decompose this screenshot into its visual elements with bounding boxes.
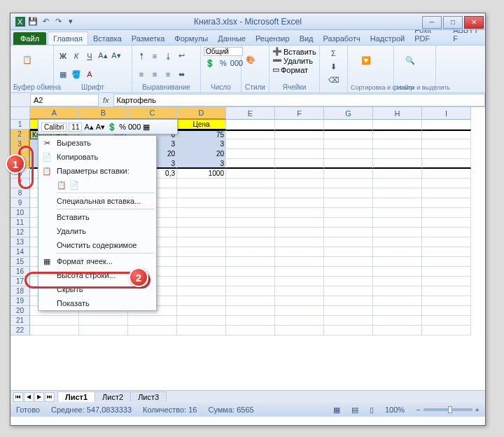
ctx-cut[interactable]: ✂Вырезать: [38, 136, 156, 150]
row-header-18[interactable]: 18: [10, 286, 30, 296]
cell-G8[interactable]: [324, 188, 373, 198]
row-header-12[interactable]: 12: [10, 228, 30, 237]
mini-border-icon[interactable]: ▦: [143, 123, 150, 132]
cell-G4[interactable]: [324, 149, 373, 159]
col-header-D[interactable]: D: [177, 107, 226, 120]
tab-layout[interactable]: Разметка: [127, 32, 170, 45]
maximize-button[interactable]: □: [443, 16, 463, 29]
cell-H6[interactable]: [373, 169, 422, 179]
cell-F4[interactable]: [275, 149, 324, 159]
fx-icon[interactable]: fx: [103, 96, 109, 104]
cell-G1[interactable]: [324, 120, 373, 130]
cell-F9[interactable]: [275, 198, 324, 208]
cell-I14[interactable]: [422, 247, 471, 257]
cell-G21[interactable]: [324, 316, 373, 326]
cell-I8[interactable]: [422, 188, 471, 198]
zoom-out-icon[interactable]: −: [416, 405, 420, 414]
align-top-icon[interactable]: ⭱: [135, 50, 148, 62]
cell-H17[interactable]: [373, 277, 422, 286]
row-header-2[interactable]: 2: [10, 130, 30, 139]
col-header-A[interactable]: A: [30, 107, 79, 120]
minimize-button[interactable]: ─: [422, 16, 442, 29]
sort-filter-icon[interactable]: 🔽: [361, 56, 381, 76]
mini-grow-icon[interactable]: A▴: [84, 123, 93, 132]
cell-I5[interactable]: [422, 159, 471, 169]
row-header-1[interactable]: 1: [10, 120, 30, 130]
cell-D9[interactable]: [177, 198, 226, 208]
cell-G5[interactable]: [324, 159, 373, 169]
cell-E17[interactable]: [226, 277, 275, 286]
cell-D15[interactable]: [177, 257, 226, 267]
mini-size[interactable]: 11: [69, 123, 82, 132]
save-icon[interactable]: 💾: [27, 16, 38, 27]
cell-F20[interactable]: [275, 306, 324, 316]
cell-H16[interactable]: [373, 267, 422, 277]
cell-H3[interactable]: [373, 139, 422, 149]
number-format-select[interactable]: Общий: [204, 47, 243, 56]
tab-insert[interactable]: Вставка: [88, 32, 127, 45]
tab-formulas[interactable]: Формулы: [169, 32, 213, 45]
tab-view[interactable]: Вид: [295, 32, 318, 45]
cell-F19[interactable]: [275, 296, 324, 306]
cell-H22[interactable]: [373, 326, 422, 335]
cell-I1[interactable]: [422, 120, 471, 130]
cell-G7[interactable]: [324, 179, 373, 188]
cell-I20[interactable]: [422, 306, 471, 316]
cell-I11[interactable]: [422, 218, 471, 228]
ctx-insert[interactable]: Вставить: [38, 210, 156, 224]
tab-home[interactable]: Главная: [48, 32, 88, 45]
cell-G6[interactable]: [324, 169, 373, 179]
border-icon[interactable]: ▦: [57, 68, 69, 81]
col-header-G[interactable]: G: [324, 107, 373, 120]
cell-I9[interactable]: [422, 198, 471, 208]
cell-E2[interactable]: [226, 130, 275, 139]
cell-E8[interactable]: [226, 188, 275, 198]
cell-I21[interactable]: [422, 316, 471, 326]
font-grow-icon[interactable]: A▴: [97, 50, 109, 62]
cell-I17[interactable]: [422, 277, 471, 286]
cell-I4[interactable]: [422, 149, 471, 159]
cell-C21[interactable]: [128, 316, 177, 326]
cell-E14[interactable]: [226, 247, 275, 257]
cell-I12[interactable]: [422, 228, 471, 237]
mini-toolbar[interactable]: Calibri 11 A▴ A▾ 💲 % 000 ▦: [38, 119, 178, 134]
cell-G16[interactable]: [324, 267, 373, 277]
cell-I19[interactable]: [422, 296, 471, 306]
ctx-delete[interactable]: Удалить: [38, 224, 156, 238]
cell-D18[interactable]: [177, 286, 226, 296]
cells-format[interactable]: ▭Формат: [272, 65, 308, 74]
cell-F7[interactable]: [275, 179, 324, 188]
cell-D11[interactable]: [177, 218, 226, 228]
row-header-17[interactable]: 17: [10, 277, 30, 286]
cell-F6[interactable]: [275, 169, 324, 179]
cell-F12[interactable]: [275, 228, 324, 237]
cell-H11[interactable]: [373, 218, 422, 228]
tab-addins[interactable]: Надстрой: [365, 32, 410, 45]
cell-D20[interactable]: [177, 306, 226, 316]
cell-H4[interactable]: [373, 149, 422, 159]
zoom-slider[interactable]: − +: [416, 405, 479, 414]
col-header-F[interactable]: F: [275, 107, 324, 120]
cell-H12[interactable]: [373, 228, 422, 237]
cell-D17[interactable]: [177, 277, 226, 286]
merge-icon[interactable]: ⬌: [175, 68, 188, 81]
sheet-tab-1[interactable]: Лист1: [57, 391, 95, 402]
cell-H20[interactable]: [373, 306, 422, 316]
cell-E13[interactable]: [226, 237, 275, 247]
cell-G17[interactable]: [324, 277, 373, 286]
cell-E16[interactable]: [226, 267, 275, 277]
cell-E20[interactable]: [226, 306, 275, 316]
cell-E19[interactable]: [226, 296, 275, 306]
sheet-nav[interactable]: ⏮◀▶⏭: [10, 392, 57, 402]
close-button[interactable]: ✕: [464, 16, 484, 29]
cell-E7[interactable]: [226, 179, 275, 188]
cell-E15[interactable]: [226, 257, 275, 267]
select-all-corner[interactable]: [10, 107, 30, 120]
cell-I7[interactable]: [422, 179, 471, 188]
cell-D5[interactable]: 3: [177, 159, 226, 169]
cell-G14[interactable]: [324, 247, 373, 257]
cell-F10[interactable]: [275, 208, 324, 218]
bold-icon[interactable]: Ж: [57, 50, 69, 62]
cell-B22[interactable]: [79, 326, 128, 335]
cells-delete[interactable]: ➖Удалить: [272, 56, 313, 65]
